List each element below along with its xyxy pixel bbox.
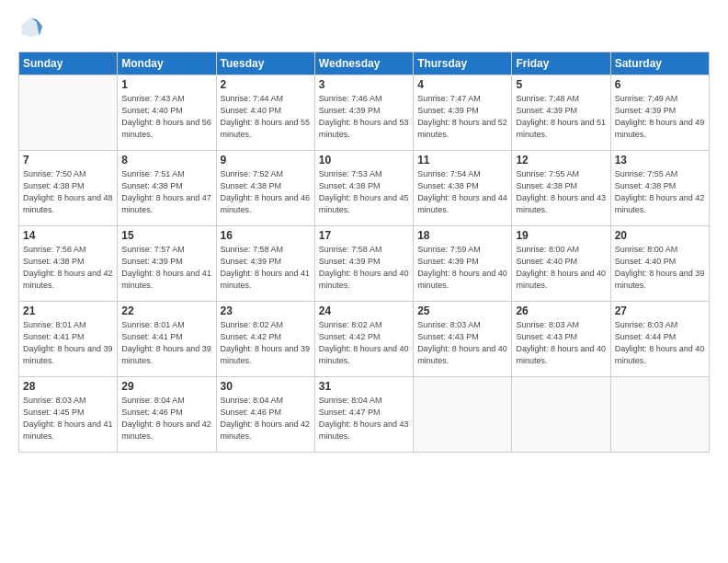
calendar-cell: [414, 377, 512, 453]
calendar-cell: [512, 377, 610, 453]
day-number: 3: [319, 78, 409, 91]
day-detail: Sunrise: 8:02 AM Sunset: 4:42 PM Dayligh…: [319, 319, 409, 367]
day-number: 14: [23, 229, 113, 242]
calendar-week-row: 21Sunrise: 8:01 AM Sunset: 4:41 PM Dayli…: [19, 302, 710, 377]
calendar-cell: 7Sunrise: 7:50 AM Sunset: 4:38 PM Daylig…: [19, 151, 118, 226]
day-detail: Sunrise: 8:00 AM Sunset: 4:40 PM Dayligh…: [516, 244, 606, 292]
day-detail: Sunrise: 8:03 AM Sunset: 4:43 PM Dayligh…: [516, 319, 606, 367]
weekday-header: Thursday: [414, 52, 512, 75]
day-number: 12: [516, 154, 606, 167]
calendar-cell: 21Sunrise: 8:01 AM Sunset: 4:41 PM Dayli…: [19, 302, 118, 377]
calendar-cell: 11Sunrise: 7:54 AM Sunset: 4:38 PM Dayli…: [414, 151, 512, 226]
calendar-cell: 25Sunrise: 8:03 AM Sunset: 4:43 PM Dayli…: [414, 302, 512, 377]
calendar-cell: 29Sunrise: 8:04 AM Sunset: 4:46 PM Dayli…: [118, 377, 216, 453]
calendar-week-row: 14Sunrise: 7:56 AM Sunset: 4:38 PM Dayli…: [19, 226, 710, 302]
day-detail: Sunrise: 7:47 AM Sunset: 4:39 PM Dayligh…: [417, 93, 507, 141]
weekday-header: Sunday: [19, 52, 118, 75]
calendar-cell: 20Sunrise: 8:00 AM Sunset: 4:40 PM Dayli…: [610, 226, 709, 302]
calendar-cell: 6Sunrise: 7:49 AM Sunset: 4:39 PM Daylig…: [610, 75, 709, 151]
day-detail: Sunrise: 7:58 AM Sunset: 4:39 PM Dayligh…: [221, 244, 311, 292]
day-number: 8: [121, 154, 211, 167]
day-number: 4: [417, 78, 507, 91]
calendar-cell: [19, 75, 118, 151]
calendar-cell: 17Sunrise: 7:58 AM Sunset: 4:39 PM Dayli…: [314, 226, 413, 302]
day-detail: Sunrise: 7:48 AM Sunset: 4:39 PM Dayligh…: [516, 93, 606, 141]
day-number: 7: [23, 154, 113, 167]
day-number: 19: [516, 229, 606, 242]
day-number: 29: [121, 380, 211, 393]
day-detail: Sunrise: 8:04 AM Sunset: 4:47 PM Dayligh…: [319, 395, 409, 442]
day-number: 10: [319, 154, 409, 167]
day-number: 2: [221, 78, 311, 91]
calendar-cell: 23Sunrise: 8:02 AM Sunset: 4:42 PM Dayli…: [216, 302, 314, 377]
day-detail: Sunrise: 7:56 AM Sunset: 4:38 PM Dayligh…: [23, 244, 113, 292]
day-number: 18: [417, 229, 507, 242]
day-detail: Sunrise: 7:55 AM Sunset: 4:38 PM Dayligh…: [615, 168, 705, 216]
weekday-header: Friday: [512, 52, 610, 75]
calendar-cell: 30Sunrise: 8:04 AM Sunset: 4:46 PM Dayli…: [216, 377, 314, 453]
day-number: 20: [615, 229, 705, 242]
day-detail: Sunrise: 7:46 AM Sunset: 4:39 PM Dayligh…: [319, 93, 409, 141]
day-detail: Sunrise: 7:59 AM Sunset: 4:39 PM Dayligh…: [417, 244, 507, 292]
day-detail: Sunrise: 7:55 AM Sunset: 4:38 PM Dayligh…: [516, 168, 606, 216]
calendar-cell: 28Sunrise: 8:03 AM Sunset: 4:45 PM Dayli…: [19, 377, 118, 453]
calendar-cell: 15Sunrise: 7:57 AM Sunset: 4:39 PM Dayli…: [118, 226, 216, 302]
page-container: SundayMondayTuesdayWednesdayThursdayFrid…: [0, 0, 728, 464]
calendar-cell: 12Sunrise: 7:55 AM Sunset: 4:38 PM Dayli…: [512, 151, 610, 226]
day-number: 22: [121, 304, 211, 317]
logo: [18, 15, 48, 40]
calendar-cell: 5Sunrise: 7:48 AM Sunset: 4:39 PM Daylig…: [512, 75, 610, 151]
day-detail: Sunrise: 8:01 AM Sunset: 4:41 PM Dayligh…: [121, 319, 211, 367]
header: [18, 15, 710, 40]
calendar-cell: 3Sunrise: 7:46 AM Sunset: 4:39 PM Daylig…: [314, 75, 413, 151]
day-detail: Sunrise: 7:58 AM Sunset: 4:39 PM Dayligh…: [319, 244, 409, 292]
calendar-week-row: 28Sunrise: 8:03 AM Sunset: 4:45 PM Dayli…: [19, 377, 710, 453]
day-detail: Sunrise: 7:49 AM Sunset: 4:39 PM Dayligh…: [615, 93, 705, 141]
day-detail: Sunrise: 8:01 AM Sunset: 4:41 PM Dayligh…: [23, 319, 113, 367]
calendar-cell: 4Sunrise: 7:47 AM Sunset: 4:39 PM Daylig…: [414, 75, 512, 151]
calendar-cell: 22Sunrise: 8:01 AM Sunset: 4:41 PM Dayli…: [118, 302, 216, 377]
day-number: 6: [615, 78, 705, 91]
day-number: 5: [516, 78, 606, 91]
day-detail: Sunrise: 7:54 AM Sunset: 4:38 PM Dayligh…: [417, 168, 507, 216]
day-detail: Sunrise: 7:57 AM Sunset: 4:39 PM Dayligh…: [121, 244, 211, 292]
day-detail: Sunrise: 7:51 AM Sunset: 4:38 PM Dayligh…: [121, 168, 211, 216]
calendar-cell: 9Sunrise: 7:52 AM Sunset: 4:38 PM Daylig…: [216, 151, 314, 226]
day-detail: Sunrise: 7:50 AM Sunset: 4:38 PM Dayligh…: [23, 168, 113, 216]
logo-icon: [18, 15, 44, 40]
day-detail: Sunrise: 7:53 AM Sunset: 4:38 PM Dayligh…: [319, 168, 409, 216]
day-number: 21: [23, 304, 113, 317]
day-number: 30: [221, 380, 311, 393]
day-number: 17: [319, 229, 409, 242]
day-detail: Sunrise: 8:02 AM Sunset: 4:42 PM Dayligh…: [221, 319, 311, 367]
calendar-cell: [610, 377, 709, 453]
calendar-cell: 19Sunrise: 8:00 AM Sunset: 4:40 PM Dayli…: [512, 226, 610, 302]
day-number: 15: [121, 229, 211, 242]
day-detail: Sunrise: 8:03 AM Sunset: 4:45 PM Dayligh…: [23, 395, 113, 442]
calendar-cell: 31Sunrise: 8:04 AM Sunset: 4:47 PM Dayli…: [314, 377, 413, 453]
day-number: 13: [615, 154, 705, 167]
calendar-cell: 8Sunrise: 7:51 AM Sunset: 4:38 PM Daylig…: [118, 151, 216, 226]
day-number: 27: [615, 304, 705, 317]
day-detail: Sunrise: 7:52 AM Sunset: 4:38 PM Dayligh…: [221, 168, 311, 216]
day-detail: Sunrise: 8:00 AM Sunset: 4:40 PM Dayligh…: [615, 244, 705, 292]
day-number: 16: [221, 229, 311, 242]
calendar-week-row: 1Sunrise: 7:43 AM Sunset: 4:40 PM Daylig…: [19, 75, 710, 151]
day-detail: Sunrise: 7:43 AM Sunset: 4:40 PM Dayligh…: [121, 93, 211, 141]
weekday-header: Wednesday: [314, 52, 413, 75]
weekday-header: Tuesday: [216, 52, 314, 75]
day-number: 1: [121, 78, 211, 91]
calendar-cell: 14Sunrise: 7:56 AM Sunset: 4:38 PM Dayli…: [19, 226, 118, 302]
day-detail: Sunrise: 8:03 AM Sunset: 4:44 PM Dayligh…: [615, 319, 705, 367]
calendar-table: SundayMondayTuesdayWednesdayThursdayFrid…: [18, 52, 710, 453]
calendar-cell: 2Sunrise: 7:44 AM Sunset: 4:40 PM Daylig…: [216, 75, 314, 151]
day-number: 26: [516, 304, 606, 317]
weekday-header: Saturday: [610, 52, 709, 75]
calendar-cell: 27Sunrise: 8:03 AM Sunset: 4:44 PM Dayli…: [610, 302, 709, 377]
calendar-cell: 18Sunrise: 7:59 AM Sunset: 4:39 PM Dayli…: [414, 226, 512, 302]
day-number: 31: [319, 380, 409, 393]
day-number: 9: [221, 154, 311, 167]
day-number: 11: [417, 154, 507, 167]
calendar-cell: 10Sunrise: 7:53 AM Sunset: 4:38 PM Dayli…: [314, 151, 413, 226]
calendar-week-row: 7Sunrise: 7:50 AM Sunset: 4:38 PM Daylig…: [19, 151, 710, 226]
